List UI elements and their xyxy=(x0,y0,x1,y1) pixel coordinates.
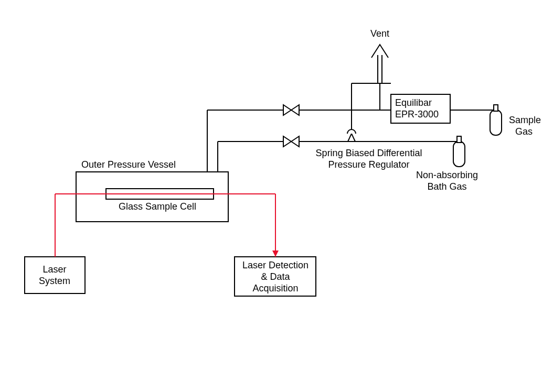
vent-label: Vent xyxy=(370,28,389,39)
sample-gas-label-1: Sample xyxy=(509,115,541,125)
detection-label-1: Laser Detection xyxy=(242,260,309,270)
labels-group: Vent Equilibar EPR-3000 Sample Gas Non-a… xyxy=(39,28,541,293)
valve-middle xyxy=(283,136,299,147)
outer-vessel-label: Outer Pressure Vessel xyxy=(81,159,176,170)
spring-reg-label-1: Spring Biased Differential xyxy=(316,148,422,158)
schematic-diagram: Vent Equilibar EPR-3000 Sample Gas Non-a… xyxy=(0,0,553,392)
bath-gas-label-2: Bath Gas xyxy=(427,181,466,192)
detection-label-2: & Data xyxy=(261,271,290,282)
sample-gas-cylinder xyxy=(490,105,502,135)
bath-gas-cylinder xyxy=(453,136,465,167)
svg-rect-16 xyxy=(453,141,465,167)
equilibar-label-1: Equilibar xyxy=(395,97,432,108)
svg-rect-17 xyxy=(457,136,461,143)
svg-rect-14 xyxy=(490,110,502,135)
detection-label-3: Acquisition xyxy=(252,283,298,293)
laser-label-1: Laser xyxy=(42,264,66,275)
svg-marker-25 xyxy=(272,251,279,257)
spring-reg-label-2: Pressure Regulator xyxy=(328,159,409,170)
svg-rect-15 xyxy=(494,105,498,111)
svg-marker-11 xyxy=(283,136,299,147)
svg-line-12 xyxy=(348,134,352,141)
glass-cell-label: Glass Sample Cell xyxy=(119,201,196,212)
bath-gas-label-1: Non-absorbing xyxy=(416,170,478,180)
laser-label-2: System xyxy=(39,276,70,286)
spring-regulator-symbol xyxy=(347,129,356,141)
equilibar-label-2: EPR-3000 xyxy=(395,109,439,119)
svg-marker-10 xyxy=(283,105,299,115)
sample-gas-label-2: Gas xyxy=(515,126,533,137)
laser-system-box xyxy=(25,257,85,293)
svg-line-13 xyxy=(352,134,355,141)
valve-top xyxy=(283,105,299,115)
